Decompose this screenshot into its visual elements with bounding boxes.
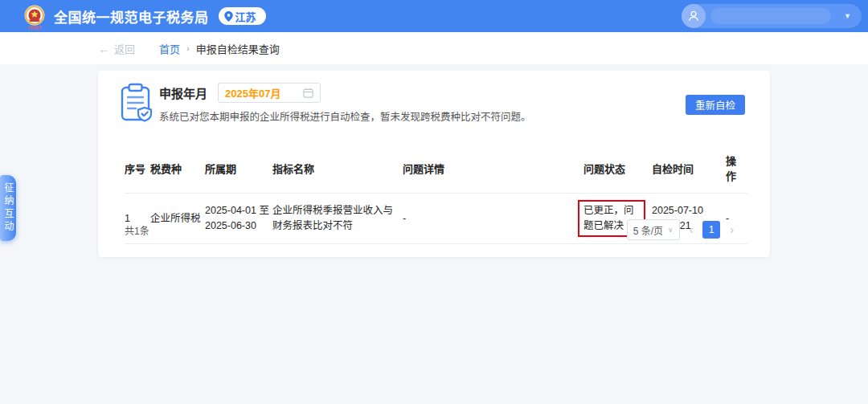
chevron-down-icon: ∨ bbox=[668, 226, 674, 234]
declaration-month-label: 申报年月 bbox=[159, 84, 207, 101]
tax-emblem-icon bbox=[24, 5, 45, 26]
side-tab-label: 征纳互动 bbox=[0, 182, 16, 234]
region-label: 江苏 bbox=[235, 9, 256, 24]
total-count: 共1条 bbox=[125, 223, 149, 237]
next-page-button[interactable]: › bbox=[730, 223, 734, 236]
electronic-tax-bureau-page: 中国税务 全国统一规范电子税务局 江苏 ▼ ← 返回 bbox=[0, 0, 868, 404]
prev-page-button[interactable]: ‹ bbox=[690, 223, 694, 236]
avatar bbox=[682, 4, 706, 28]
calendar-icon bbox=[303, 88, 313, 98]
location-pin-icon bbox=[224, 11, 233, 22]
col-action: 操作 bbox=[726, 148, 747, 194]
logo-caption: 中国税务 bbox=[27, 26, 42, 30]
breadcrumb: 首页 › 申报自检结果查询 bbox=[159, 41, 280, 56]
tax-bureau-logo: 中国税务 bbox=[23, 5, 47, 30]
self-check-result-panel: 申报年月 2025年07月 系统已对您本期申报的企业所得税进行自动检查，暂未发现… bbox=[98, 71, 770, 257]
main-content: 征纳互动 申报年月 2025年07月 bbox=[0, 64, 868, 404]
breadcrumb-home-link[interactable]: 首页 bbox=[159, 41, 180, 56]
col-seq: 序号 bbox=[125, 148, 150, 194]
user-icon bbox=[687, 10, 700, 22]
table-header-row: 序号 税费种 所属期 指标名称 问题详情 问题状态 自检时间 操作 bbox=[125, 148, 747, 194]
back-arrow-icon: ← bbox=[98, 42, 110, 55]
page-size-value: 5 条/页 bbox=[633, 223, 663, 237]
table-footer: 共1条 5 条/页 ∨ ‹ 1 › bbox=[125, 218, 743, 241]
recheck-button[interactable]: 重新自检 bbox=[686, 95, 745, 115]
pagination: 5 条/页 ∨ ‹ 1 › bbox=[627, 219, 743, 240]
col-tax-type: 税费种 bbox=[150, 148, 205, 194]
declaration-month-row: 申报年月 2025年07月 bbox=[159, 83, 321, 103]
col-indicator: 指标名称 bbox=[272, 148, 403, 194]
user-name-redacted bbox=[710, 8, 831, 24]
site-title: 全国统一规范电子税务局 bbox=[54, 6, 209, 27]
user-account-menu[interactable]: ▼ bbox=[682, 4, 862, 28]
breadcrumb-separator: › bbox=[186, 43, 190, 53]
interaction-side-tab[interactable]: 征纳互动 bbox=[0, 175, 16, 241]
declaration-month-picker[interactable]: 2025年07月 bbox=[218, 83, 321, 103]
back-label: 返回 bbox=[114, 41, 135, 56]
col-status: 问题状态 bbox=[583, 148, 652, 194]
top-header: 中国税务 全国统一规范电子税务局 江苏 ▼ bbox=[0, 0, 868, 32]
chevron-down-icon: ▼ bbox=[844, 12, 851, 20]
col-period: 所属期 bbox=[205, 148, 272, 194]
clipboard-check-icon bbox=[120, 83, 154, 126]
col-detail: 问题详情 bbox=[403, 148, 583, 194]
page-size-select[interactable]: 5 条/页 ∨ bbox=[627, 219, 680, 240]
region-selector[interactable]: 江苏 bbox=[219, 7, 266, 25]
auto-check-description: 系统已对您本期申报的企业所得税进行自动检查，暂未发现跨税费种比对不符问题。 bbox=[159, 108, 531, 124]
declaration-month-value: 2025年07月 bbox=[225, 85, 280, 100]
back-button[interactable]: ← 返回 bbox=[98, 41, 135, 56]
col-check-time: 自检时间 bbox=[652, 148, 726, 194]
breadcrumb-current: 申报自检结果查询 bbox=[196, 41, 280, 56]
page-1-button[interactable]: 1 bbox=[702, 221, 720, 239]
breadcrumb-bar: ← 返回 首页 › 申报自检结果查询 bbox=[0, 32, 868, 64]
